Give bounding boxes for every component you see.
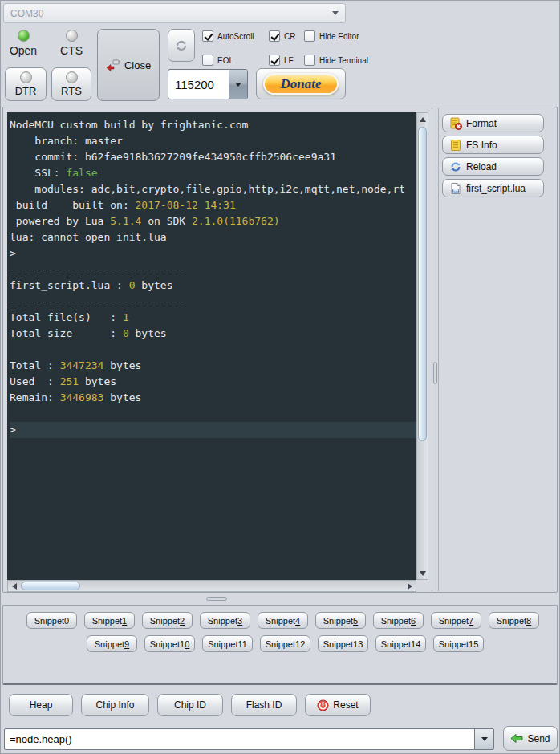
cts-label: CTS	[60, 44, 83, 57]
snippet-button[interactable]: Snippet6	[373, 612, 424, 629]
checkbox-icon	[202, 30, 213, 42]
format-label: Format	[466, 118, 497, 129]
send-label: Send	[527, 733, 550, 744]
terminal-line: SSL: false	[10, 165, 416, 181]
format-icon	[449, 117, 462, 130]
terminal-line: branch: master	[10, 133, 416, 149]
snippet-button[interactable]: Snippet14	[375, 635, 426, 652]
terminal-line: NodeMCU custom build by frightanic.com	[10, 117, 416, 133]
chevron-down-icon	[481, 737, 488, 741]
eol-checkbox[interactable]: EOL	[202, 55, 233, 66]
open-label: Open	[10, 44, 37, 57]
snippet-button[interactable]: Snippet4	[258, 612, 308, 629]
snippet-button[interactable]: Snippet8	[489, 612, 539, 629]
snippet-button[interactable]: Snippet13	[318, 635, 368, 652]
terminal-vertical-scrollbar[interactable]	[416, 112, 428, 580]
cts-led-icon	[66, 30, 78, 42]
scroll-right-icon[interactable]	[404, 581, 415, 591]
terminal-line: Total file(s) : 1	[10, 310, 416, 326]
snippet-button[interactable]: Snippet15	[433, 635, 484, 652]
checkbox-icon	[269, 55, 280, 66]
snippet-button[interactable]: Snippet2	[142, 612, 193, 629]
cts-indicator: CTS	[54, 30, 89, 57]
cr-label: CR	[284, 32, 295, 41]
fs-info-label: FS Info	[466, 140, 497, 151]
chip-info-button[interactable]: Chip Info	[81, 694, 149, 716]
reload-icon	[449, 160, 462, 173]
svg-text:lua: lua	[453, 188, 458, 193]
terminal-line: Total size : 0 bytes	[10, 326, 416, 342]
autoscroll-checkbox[interactable]: AutoScroll	[202, 30, 254, 42]
hide-terminal-label: Hide Terminal	[319, 56, 368, 65]
format-button[interactable]: Format	[442, 114, 544, 132]
snippet-button[interactable]: Snippet0	[26, 612, 77, 629]
snippet-button[interactable]: Snippet7	[431, 612, 481, 629]
terminal-output[interactable]: NodeMCU custom build by frightanic.com b…	[7, 112, 416, 580]
flash-id-label: Flash ID	[246, 699, 282, 711]
scroll-left-icon[interactable]	[9, 581, 19, 591]
snippet-button[interactable]: Snippet10	[144, 635, 195, 652]
cr-checkbox[interactable]: CR	[269, 30, 295, 42]
fs-info-icon	[449, 139, 462, 152]
terminal-line: ----------------------------	[10, 261, 416, 278]
snippet-button[interactable]: Snippet5	[315, 612, 366, 629]
horizontal-splitter[interactable]	[3, 594, 557, 604]
dtr-led-icon	[20, 71, 32, 83]
command-input[interactable]	[4, 728, 475, 750]
terminal-line: first_script.lua : 0 bytes	[10, 278, 416, 294]
vertical-splitter[interactable]	[432, 108, 439, 591]
heap-button[interactable]: Heap	[9, 694, 73, 716]
baud-rate-select[interactable]: 115200	[168, 69, 248, 99]
checkbox-icon	[202, 55, 213, 66]
dtr-button[interactable]: DTR	[5, 67, 47, 101]
terminal-line: build built on: 2017-08-12 14:31	[10, 197, 416, 213]
terminal-horizontal-scrollbar[interactable]	[7, 580, 416, 592]
reset-label: Reset	[333, 699, 358, 711]
baud-rate-value: 115200	[168, 70, 229, 99]
horizontal-scrollbar-thumb[interactable]	[21, 582, 80, 590]
checkbox-icon	[269, 30, 280, 42]
lf-checkbox[interactable]: LF	[269, 55, 294, 66]
close-port-button[interactable]: Close	[97, 29, 160, 101]
chevron-down-icon	[326, 11, 345, 15]
vertical-splitter-grip[interactable]	[433, 362, 437, 384]
lf-label: LF	[284, 56, 294, 65]
donate-label: Donate	[263, 73, 339, 95]
chip-id-button[interactable]: Chip ID	[157, 694, 223, 716]
reload-button[interactable]: Reload	[442, 157, 544, 176]
open-led-icon	[18, 30, 30, 42]
send-arrow-icon	[510, 733, 523, 744]
file-first-script-button[interactable]: lua first_script.lua	[442, 179, 544, 197]
rts-button[interactable]: RTS	[51, 67, 91, 101]
terminal-line: ----------------------------	[10, 294, 416, 310]
hide-editor-label: Hide Editor	[319, 32, 359, 41]
hide-terminal-checkbox[interactable]: Hide Terminal	[304, 55, 368, 66]
flash-id-button[interactable]: Flash ID	[231, 694, 297, 716]
snippet-button[interactable]: Snippet12	[260, 635, 310, 652]
reset-button[interactable]: Reset	[305, 694, 371, 716]
command-history-dropdown[interactable]	[474, 728, 494, 750]
donate-button[interactable]: Donate	[256, 68, 346, 99]
fs-info-button[interactable]: FS Info	[442, 136, 544, 154]
terminal-line: Total : 3447234 bytes	[10, 358, 416, 374]
scroll-up-icon[interactable]	[417, 114, 428, 124]
send-button[interactable]: Send	[503, 726, 558, 751]
chip-info-label: Chip Info	[95, 699, 134, 711]
hide-editor-checkbox[interactable]: Hide Editor	[304, 30, 359, 42]
snippet-button[interactable]: Snippet9	[87, 635, 137, 652]
terminal-line: Used : 251 bytes	[10, 374, 416, 390]
reload-label: Reload	[466, 161, 497, 172]
rts-label: RTS	[61, 85, 82, 97]
esplorer-window: COM30 Open CTS DTR RTS Close	[0, 0, 560, 754]
dtr-label: DTR	[15, 85, 37, 97]
snippet-button[interactable]: Snippet3	[200, 612, 250, 629]
horizontal-splitter-grip[interactable]	[206, 597, 227, 601]
chevron-down-icon	[229, 70, 247, 99]
vertical-scrollbar-thumb[interactable]	[418, 127, 427, 441]
snippet-button[interactable]: Snippet11	[202, 635, 253, 652]
refresh-ports-button[interactable]	[168, 29, 195, 62]
snippet-button[interactable]: Snippet1	[84, 612, 135, 629]
com-port-select[interactable]: COM30	[3, 3, 346, 23]
scroll-down-icon[interactable]	[417, 568, 428, 578]
com-port-value: COM30	[4, 8, 326, 19]
